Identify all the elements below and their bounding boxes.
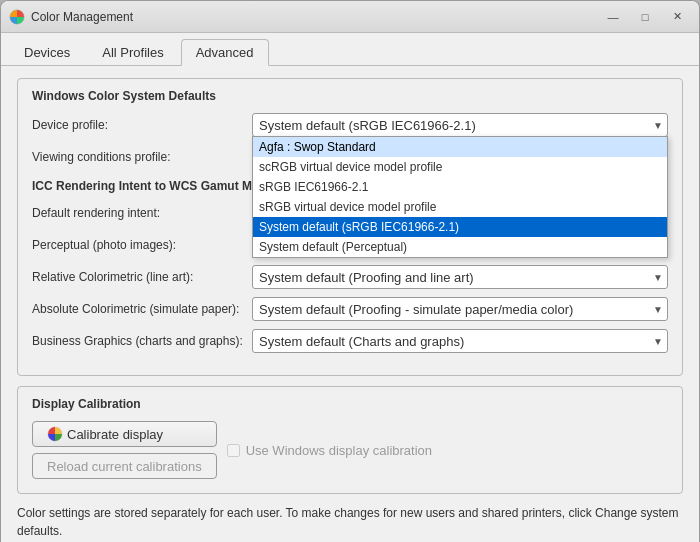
use-windows-calibration-checkbox[interactable] bbox=[227, 444, 240, 457]
title-bar-left: Color Management bbox=[9, 9, 133, 25]
default-rendering-label: Default rendering intent: bbox=[32, 206, 252, 220]
dropdown-item-scrgb-virtual[interactable]: scRGB virtual device model profile bbox=[253, 157, 667, 177]
device-profile-control: System default (sRGB IEC61966-2.1) ▼ Agf… bbox=[252, 113, 668, 137]
main-content: Windows Color System Defaults Device pro… bbox=[1, 66, 699, 542]
relative-row: Relative Colorimetric (line art): System… bbox=[32, 265, 668, 289]
close-button[interactable]: ✕ bbox=[663, 6, 691, 28]
business-row: Business Graphics (charts and graphs): S… bbox=[32, 329, 668, 353]
business-select[interactable]: System default (Charts and graphs) ▼ bbox=[252, 329, 668, 353]
viewing-conditions-label: Viewing conditions profile: bbox=[32, 150, 252, 164]
absolute-label: Absolute Colorimetric (simulate paper): bbox=[32, 302, 252, 316]
minimize-button[interactable]: — bbox=[599, 6, 627, 28]
window-title: Color Management bbox=[31, 10, 133, 24]
business-control: System default (Charts and graphs) ▼ bbox=[252, 329, 668, 353]
calibrate-icon bbox=[47, 426, 63, 442]
device-profile-arrow: ▼ bbox=[653, 120, 663, 131]
dropdown-item-system-default-srgb[interactable]: System default (sRGB IEC61966-2.1) bbox=[253, 217, 667, 237]
info-text: Color settings are stored separately for… bbox=[17, 504, 683, 540]
tab-bar: Devices All Profiles Advanced bbox=[1, 33, 699, 66]
dropdown-item-srgb-virtual[interactable]: sRGB virtual device model profile bbox=[253, 197, 667, 217]
device-profile-dropdown: Agfa : Swop Standard scRGB virtual devic… bbox=[252, 136, 668, 258]
dropdown-item-agfa[interactable]: Agfa : Swop Standard bbox=[253, 137, 667, 157]
color-management-icon bbox=[9, 9, 25, 25]
tab-devices[interactable]: Devices bbox=[9, 39, 85, 65]
relative-arrow: ▼ bbox=[653, 272, 663, 283]
tab-advanced[interactable]: Advanced bbox=[181, 39, 269, 66]
absolute-select[interactable]: System default (Proofing - simulate pape… bbox=[252, 297, 668, 321]
reload-calibrations-button[interactable]: Reload current calibrations bbox=[32, 453, 217, 479]
calibration-buttons-row: Calibrate display Reload current calibra… bbox=[32, 421, 668, 479]
windows-calibration-checkbox-row: Use Windows display calibration bbox=[227, 443, 432, 458]
color-system-group: Windows Color System Defaults Device pro… bbox=[17, 78, 683, 376]
calibrate-display-button[interactable]: Calibrate display bbox=[32, 421, 217, 447]
dropdown-item-system-default-perceptual[interactable]: System default (Perceptual) bbox=[253, 237, 667, 257]
color-system-label: Windows Color System Defaults bbox=[32, 89, 668, 103]
calibration-label: Display Calibration bbox=[32, 397, 668, 411]
tab-all-profiles[interactable]: All Profiles bbox=[87, 39, 178, 65]
absolute-row: Absolute Colorimetric (simulate paper): … bbox=[32, 297, 668, 321]
device-profile-row: Device profile: System default (sRGB IEC… bbox=[32, 113, 668, 137]
use-windows-calibration-label: Use Windows display calibration bbox=[246, 443, 432, 458]
business-label: Business Graphics (charts and graphs): bbox=[32, 334, 252, 348]
calibration-left: Calibrate display Reload current calibra… bbox=[32, 421, 217, 479]
calibration-group: Display Calibration Calibrate display bbox=[17, 386, 683, 494]
absolute-control: System default (Proofing - simulate pape… bbox=[252, 297, 668, 321]
relative-label: Relative Colorimetric (line art): bbox=[32, 270, 252, 284]
absolute-arrow: ▼ bbox=[653, 304, 663, 315]
relative-control: System default (Proofing and line art) ▼ bbox=[252, 265, 668, 289]
device-profile-select[interactable]: System default (sRGB IEC61966-2.1) ▼ bbox=[252, 113, 668, 137]
maximize-button[interactable]: □ bbox=[631, 6, 659, 28]
title-bar: Color Management — □ ✕ bbox=[1, 1, 699, 33]
dropdown-item-srgb-iec[interactable]: sRGB IEC61966-2.1 bbox=[253, 177, 667, 197]
device-profile-label: Device profile: bbox=[32, 118, 252, 132]
title-bar-controls: — □ ✕ bbox=[599, 6, 691, 28]
perceptual-label: Perceptual (photo images): bbox=[32, 238, 252, 252]
business-arrow: ▼ bbox=[653, 336, 663, 347]
color-management-window: Color Management — □ ✕ Devices All Profi… bbox=[0, 0, 700, 542]
relative-select[interactable]: System default (Proofing and line art) ▼ bbox=[252, 265, 668, 289]
